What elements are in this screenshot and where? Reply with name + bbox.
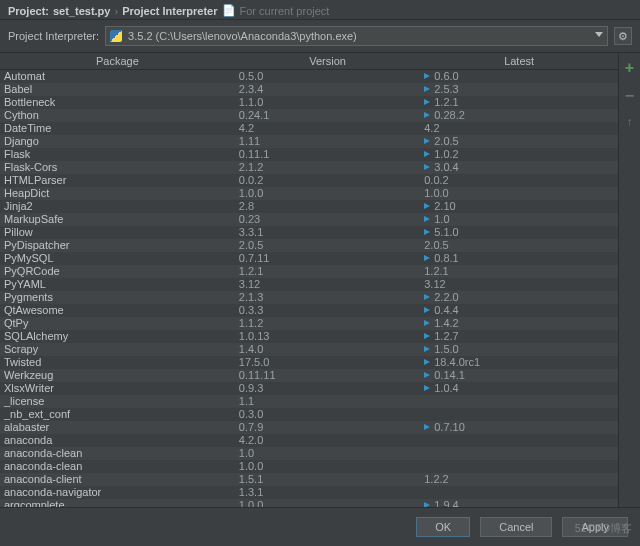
table-row[interactable]: Automat0.5.00.6.0: [0, 70, 618, 83]
package-latest: [420, 395, 618, 408]
package-version: 17.5.0: [235, 356, 420, 369]
table-row[interactable]: anaconda4.2.0: [0, 434, 618, 447]
table-row[interactable]: PyYAML3.123.12: [0, 278, 618, 291]
package-name: anaconda-clean: [0, 460, 235, 473]
package-name: Cython: [0, 109, 235, 122]
upgrade-arrow-icon: [424, 294, 430, 300]
table-row[interactable]: Babel2.3.42.5.3: [0, 83, 618, 96]
upgrade-arrow-icon: [424, 203, 430, 209]
side-toolbar: + − ↑: [618, 53, 640, 507]
table-row[interactable]: anaconda-client1.5.11.2.2: [0, 473, 618, 486]
table-row[interactable]: Pillow3.3.15.1.0: [0, 226, 618, 239]
table-row[interactable]: PyMySQL0.7.110.8.1: [0, 252, 618, 265]
table-row[interactable]: Jinja22.82.10: [0, 200, 618, 213]
col-latest[interactable]: Latest: [420, 53, 618, 70]
package-name: Twisted: [0, 356, 235, 369]
package-name: Pygments: [0, 291, 235, 304]
package-version: 0.11.1: [235, 148, 420, 161]
package-version: 0.23: [235, 213, 420, 226]
table-row[interactable]: Pygments2.1.32.2.0: [0, 291, 618, 304]
current-project-icon: 📄: [222, 4, 236, 17]
table-row[interactable]: QtAwesome0.3.30.4.4: [0, 304, 618, 317]
package-version: 1.1: [235, 395, 420, 408]
package-name: Flask-Cors: [0, 161, 235, 174]
package-latest: 2.10: [420, 200, 618, 213]
table-row[interactable]: Flask0.11.11.0.2: [0, 148, 618, 161]
package-latest: 1.0: [420, 213, 618, 226]
package-name: Flask: [0, 148, 235, 161]
remove-package-button[interactable]: −: [625, 87, 634, 105]
apply-button[interactable]: Apply: [562, 517, 628, 537]
package-version: 0.3.0: [235, 408, 420, 421]
table-row[interactable]: _nb_ext_conf0.3.0: [0, 408, 618, 421]
upgrade-arrow-icon: [424, 112, 430, 118]
packages-table[interactable]: Package Version Latest Automat0.5.00.6.0…: [0, 53, 618, 507]
package-name: anaconda-navigator: [0, 486, 235, 499]
table-row[interactable]: Cython0.24.10.28.2: [0, 109, 618, 122]
table-row[interactable]: Bottleneck1.1.01.2.1: [0, 96, 618, 109]
table-row[interactable]: SQLAlchemy1.0.131.2.7: [0, 330, 618, 343]
table-row[interactable]: PyDispatcher2.0.52.0.5: [0, 239, 618, 252]
table-row[interactable]: PyQRCode1.2.11.2.1: [0, 265, 618, 278]
upgrade-package-button[interactable]: ↑: [627, 115, 633, 129]
upgrade-arrow-icon: [424, 372, 430, 378]
table-row[interactable]: Twisted17.5.018.4.0rc1: [0, 356, 618, 369]
minus-icon: −: [625, 87, 634, 104]
settings-button[interactable]: ⚙: [614, 27, 632, 45]
plus-icon: +: [625, 59, 634, 76]
table-row[interactable]: QtPy1.1.21.4.2: [0, 317, 618, 330]
package-latest: [420, 460, 618, 473]
package-name: HTMLParser: [0, 174, 235, 187]
table-row[interactable]: Scrapy1.4.01.5.0: [0, 343, 618, 356]
upgrade-arrow-icon: [424, 385, 430, 391]
table-row[interactable]: anaconda-clean1.0: [0, 447, 618, 460]
table-row[interactable]: HeapDict1.0.01.0.0: [0, 187, 618, 200]
package-version: 4.2.0: [235, 434, 420, 447]
package-name: QtPy: [0, 317, 235, 330]
table-row[interactable]: anaconda-clean1.0.0: [0, 460, 618, 473]
table-row[interactable]: Django1.112.0.5: [0, 135, 618, 148]
table-row[interactable]: HTMLParser0.0.20.0.2: [0, 174, 618, 187]
table-row[interactable]: argcomplete1.0.01.9.4: [0, 499, 618, 508]
package-name: anaconda: [0, 434, 235, 447]
package-name: HeapDict: [0, 187, 235, 200]
package-name: Werkzeug: [0, 369, 235, 382]
package-name: SQLAlchemy: [0, 330, 235, 343]
upgrade-arrow-icon: [424, 151, 430, 157]
table-row[interactable]: _license1.1: [0, 395, 618, 408]
add-package-button[interactable]: +: [625, 59, 634, 77]
package-latest: [420, 434, 618, 447]
package-latest: 1.0.2: [420, 148, 618, 161]
package-latest: 18.4.0rc1: [420, 356, 618, 369]
package-version: 1.0.0: [235, 499, 420, 508]
upgrade-arrow-icon: [424, 99, 430, 105]
table-row[interactable]: anaconda-navigator1.3.1: [0, 486, 618, 499]
col-version[interactable]: Version: [235, 53, 420, 70]
package-latest: 1.2.1: [420, 96, 618, 109]
table-row[interactable]: Werkzeug0.11.110.14.1: [0, 369, 618, 382]
table-row[interactable]: Flask-Cors2.1.23.0.4: [0, 161, 618, 174]
package-latest: 1.4.2: [420, 317, 618, 330]
package-latest: 0.6.0: [420, 70, 618, 83]
cancel-button[interactable]: Cancel: [480, 517, 552, 537]
package-latest: 1.0.0: [420, 187, 618, 200]
package-version: 1.0.0: [235, 187, 420, 200]
table-row[interactable]: XlsxWriter0.9.31.0.4: [0, 382, 618, 395]
package-version: 0.24.1: [235, 109, 420, 122]
upgrade-arrow-icon: [424, 216, 430, 222]
table-row[interactable]: alabaster0.7.90.7.10: [0, 421, 618, 434]
package-latest: 1.2.2: [420, 473, 618, 486]
package-version: 0.11.11: [235, 369, 420, 382]
interpreter-value: 3.5.2 (C:\Users\lenovo\Anaconda3\python.…: [128, 30, 357, 42]
col-package[interactable]: Package: [0, 53, 235, 70]
package-latest: 3.12: [420, 278, 618, 291]
package-latest: 0.4.4: [420, 304, 618, 317]
ok-button[interactable]: OK: [416, 517, 470, 537]
upgrade-arrow-icon: [424, 255, 430, 261]
package-latest: [420, 408, 618, 421]
package-latest: 2.2.0: [420, 291, 618, 304]
table-row[interactable]: DateTime4.24.2: [0, 122, 618, 135]
table-row[interactable]: MarkupSafe0.231.0: [0, 213, 618, 226]
interpreter-select[interactable]: 3.5.2 (C:\Users\lenovo\Anaconda3\python.…: [105, 26, 608, 46]
package-version: 0.9.3: [235, 382, 420, 395]
